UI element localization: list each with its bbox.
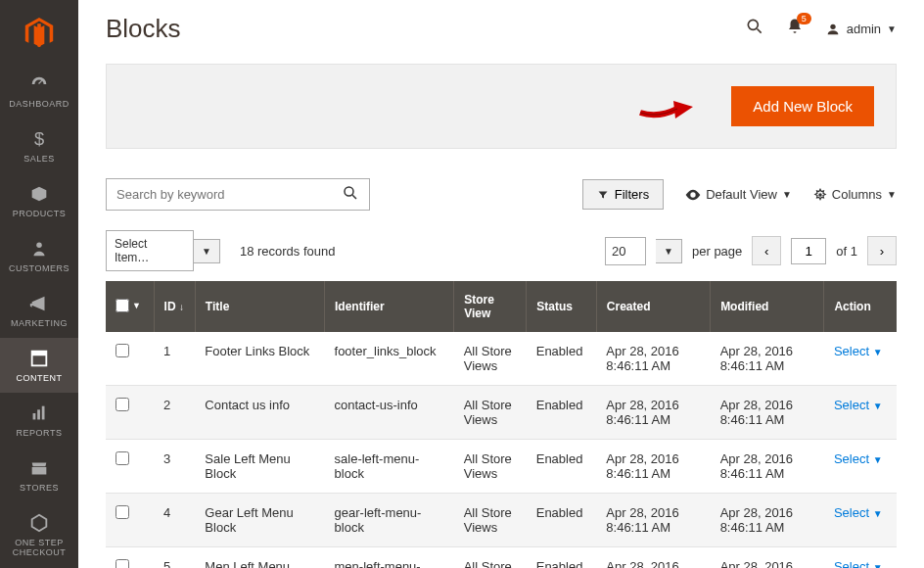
svg-rect-3 — [32, 352, 47, 356]
select-all-checkbox[interactable]: ▼ — [116, 299, 141, 312]
arrow-annotation — [638, 91, 695, 122]
cell-modified: Apr 28, 2016 8:46:11 AM — [711, 547, 824, 569]
row-checkbox[interactable] — [116, 559, 129, 568]
page-size-value: 20 — [605, 237, 646, 265]
notification-badge: 5 — [797, 13, 811, 24]
cell-store-view: All Store Views — [454, 494, 527, 547]
search-icon[interactable] — [745, 17, 764, 41]
cell-created: Apr 28, 2016 8:46:11 AM — [596, 332, 710, 386]
row-action-select[interactable]: Select ▼ — [834, 505, 883, 520]
cell-store-view: All Store Views — [454, 547, 527, 569]
sidebar-item-label: MARKETING — [11, 318, 68, 328]
row-action-select[interactable]: Select ▼ — [834, 559, 883, 568]
cell-modified: Apr 28, 2016 8:46:11 AM — [711, 440, 824, 494]
default-view-toggle[interactable]: Default View ▼ — [685, 187, 792, 202]
cell-modified: Apr 28, 2016 8:46:11 AM — [711, 386, 824, 440]
bulk-select-dropdown[interactable]: ▼ — [194, 239, 220, 263]
cell-status: Enabled — [527, 440, 597, 494]
prev-page-button[interactable]: ‹ — [752, 236, 781, 265]
row-checkbox[interactable] — [116, 398, 129, 411]
row-action-select[interactable]: Select ▼ — [834, 344, 883, 358]
cell-identifier: gear-left-menu-block — [325, 494, 454, 547]
sidebar-item-products[interactable]: PRODUCTS — [0, 173, 78, 228]
table-header-row: ▼ ID ↓ Title Identifier Store View Statu… — [106, 281, 897, 332]
notifications-icon[interactable]: 5 — [786, 18, 804, 40]
svg-line-8 — [757, 29, 761, 33]
sidebar-item-label: REPORTS — [17, 428, 63, 438]
action-bar: Add New Block — [106, 64, 897, 149]
table-row: 4Gear Left Menu Blockgear-left-menu-bloc… — [106, 494, 897, 547]
sidebar-item-customers[interactable]: CUSTOMERS — [0, 228, 78, 283]
svg-line-11 — [352, 195, 356, 199]
cell-title: Men Left Menu Block — [195, 547, 324, 569]
svg-point-10 — [345, 187, 353, 196]
sidebar-item-label: CONTENT — [17, 373, 63, 383]
secondary-toolbar: Select Item… ▼ 18 records found 20▼ per … — [106, 230, 897, 271]
row-action-select[interactable]: Select ▼ — [834, 398, 883, 412]
sidebar-item-stores[interactable]: STORES — [0, 448, 78, 502]
chevron-down-icon: ▼ — [887, 24, 897, 34]
sidebar-item-reports[interactable]: REPORTS — [0, 393, 78, 448]
row-checkbox[interactable] — [116, 344, 129, 357]
blocks-table: ▼ ID ↓ Title Identifier Store View Statu… — [106, 281, 897, 568]
cell-identifier: sale-left-menu-block — [325, 440, 454, 494]
next-page-button[interactable]: › — [867, 236, 897, 265]
add-new-block-button[interactable]: Add New Block — [731, 86, 874, 126]
admin-user-menu[interactable]: admin ▼ — [825, 22, 897, 37]
table-row: 2Contact us infocontact-us-infoAll Store… — [106, 386, 897, 440]
cell-title: Sale Left Menu Block — [195, 440, 324, 494]
cell-status: Enabled — [527, 494, 597, 547]
cell-status: Enabled — [527, 386, 597, 440]
magento-logo[interactable] — [0, 0, 78, 64]
sidebar-item-label: CUSTOMERS — [9, 263, 69, 273]
row-action-select[interactable]: Select ▼ — [834, 451, 883, 466]
row-checkbox[interactable] — [116, 451, 129, 465]
col-created[interactable]: Created — [596, 281, 710, 332]
bulk-select-label: Select Item… — [106, 230, 194, 271]
sidebar-item-onestepcheckout[interactable]: ONE STEP CHECKOUT — [0, 502, 78, 567]
page-header: Blocks 5 admin ▼ — [106, 14, 897, 44]
page-title: Blocks — [106, 14, 181, 44]
toolbar: Filters Default View ▼ Columns ▼ — [106, 178, 897, 211]
columns-toggle[interactable]: Columns ▼ — [813, 187, 897, 202]
page-size-dropdown[interactable]: ▼ — [656, 239, 682, 263]
header-tools: 5 admin ▼ — [745, 17, 897, 41]
cell-id: 1 — [154, 332, 195, 386]
col-id[interactable]: ID ↓ — [154, 281, 195, 332]
sidebar-item-sales[interactable]: $ SALES — [0, 118, 78, 173]
sidebar-item-dashboard[interactable]: DASHBOARD — [0, 64, 78, 118]
col-action: Action — [824, 281, 897, 332]
per-page-label: per page — [692, 244, 742, 259]
cell-id: 2 — [154, 386, 195, 440]
cell-store-view: All Store Views — [454, 332, 527, 386]
cell-id: 3 — [154, 440, 195, 494]
page-of-label: of 1 — [836, 244, 857, 259]
col-title[interactable]: Title — [195, 281, 324, 332]
cell-status: Enabled — [527, 332, 597, 386]
filters-button[interactable]: Filters — [582, 179, 664, 210]
cell-created: Apr 28, 2016 8:46:11 AM — [596, 494, 710, 547]
cell-id: 4 — [154, 494, 195, 547]
row-checkbox[interactable] — [116, 505, 129, 519]
toolbar-right: Filters Default View ▼ Columns ▼ — [582, 179, 897, 210]
cell-identifier: contact-us-info — [325, 386, 454, 440]
col-modified[interactable]: Modified — [711, 281, 824, 332]
sidebar: DASHBOARD $ SALES PRODUCTS CUSTOMERS MAR… — [0, 0, 78, 568]
col-store-view[interactable]: Store View — [454, 281, 527, 332]
pagination: 20▼ per page ‹ of 1 › — [605, 236, 897, 265]
records-found-label: 18 records found — [240, 244, 336, 259]
bulk-select[interactable]: Select Item… ▼ — [106, 230, 220, 271]
svg-point-1 — [36, 243, 42, 249]
cell-created: Apr 28, 2016 8:46:11 AM — [596, 386, 710, 440]
sidebar-item-marketing[interactable]: MARKETING — [0, 283, 78, 338]
search-box — [106, 178, 370, 211]
sidebar-item-content[interactable]: CONTENT — [0, 338, 78, 393]
current-page-input[interactable] — [791, 238, 826, 264]
col-identifier[interactable]: Identifier — [325, 281, 454, 332]
col-status[interactable]: Status — [527, 281, 597, 332]
search-input[interactable] — [107, 179, 332, 210]
search-submit-icon[interactable] — [332, 184, 369, 206]
cell-store-view: All Store Views — [454, 440, 527, 494]
cell-modified: Apr 28, 2016 8:46:11 AM — [711, 332, 824, 386]
sidebar-item-label: ONE STEP CHECKOUT — [0, 538, 78, 557]
